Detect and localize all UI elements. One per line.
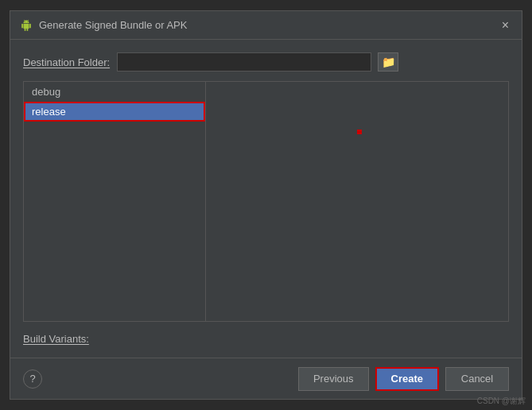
list-item-debug[interactable]: debug: [24, 82, 205, 102]
title-bar-left: Generate Signed Bundle or APK: [20, 19, 187, 32]
dialog-title: Generate Signed Bundle or APK: [39, 19, 187, 31]
app-background: Generate Signed Bundle or APK × Destinat…: [0, 0, 532, 410]
watermark: CSDN @谢辉: [477, 396, 526, 407]
build-type-list: debug release: [23, 81, 206, 322]
destination-input[interactable]: [117, 52, 371, 72]
previous-button[interactable]: Previous: [298, 367, 369, 391]
android-icon: [20, 19, 33, 32]
help-button[interactable]: ?: [23, 369, 42, 389]
list-item-release[interactable]: release: [24, 102, 205, 122]
folder-browse-button[interactable]: 📁: [378, 52, 398, 72]
dialog-generate-apk: Generate Signed Bundle or APK × Destinat…: [10, 10, 522, 400]
red-dot-indicator: [357, 130, 362, 134]
build-variants-row: Build Variants:: [23, 331, 509, 345]
cancel-button[interactable]: Cancel: [445, 367, 509, 391]
create-button[interactable]: Create: [375, 367, 439, 391]
destination-label: Destination Folder:: [23, 56, 111, 68]
build-variants-label: Build Variants:: [23, 331, 111, 345]
destination-folder-row: Destination Folder: 📁: [23, 52, 509, 72]
title-bar: Generate Signed Bundle or APK ×: [10, 11, 522, 40]
bottom-bar: ? Previous Create Cancel: [10, 358, 522, 399]
main-area: debug release: [23, 81, 509, 322]
folder-icon: 📁: [382, 56, 395, 68]
bottom-buttons: Previous Create Cancel: [298, 367, 509, 391]
right-panel: [206, 81, 509, 322]
close-button[interactable]: ×: [499, 19, 512, 32]
dialog-content: Destination Folder: 📁 debug release Buil…: [10, 40, 522, 358]
